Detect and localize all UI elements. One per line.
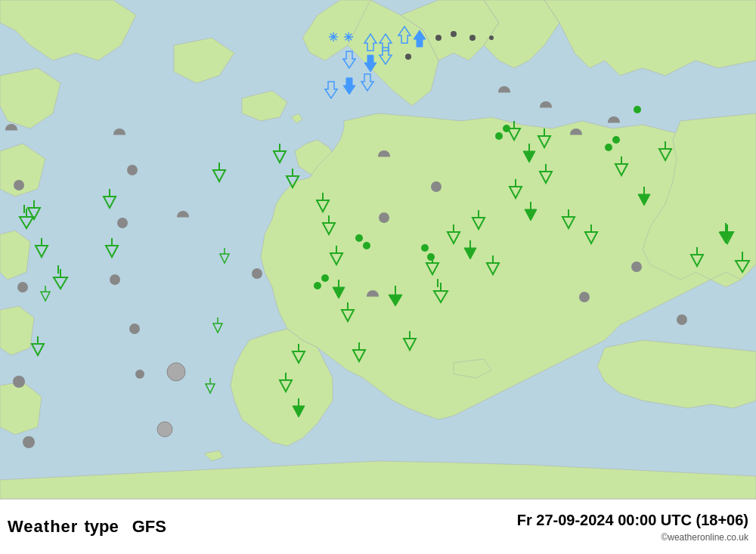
snow-symbol: ✳ xyxy=(343,31,354,44)
sleet-symbol xyxy=(469,35,476,41)
svg-point-7 xyxy=(435,35,442,41)
overcast-symbol xyxy=(677,314,687,325)
drizzle-dot xyxy=(495,132,503,140)
svg-point-8 xyxy=(451,31,457,37)
drizzle-symbol xyxy=(314,282,321,289)
overcast-symbol xyxy=(129,323,140,334)
drizzle-dot xyxy=(503,125,510,132)
svg-text:✳: ✳ xyxy=(328,31,339,44)
overcast-symbol xyxy=(117,218,128,228)
drizzle-symbol xyxy=(421,244,429,252)
overcast-symbol xyxy=(579,292,590,302)
bottom-bar: Weather type GFS Fr 27-09-2024 00:00 UTC… xyxy=(0,499,756,554)
sleet-symbol xyxy=(489,36,494,40)
overcast-symbol xyxy=(17,282,28,292)
sleet-symbol xyxy=(451,31,457,37)
drizzle-dot xyxy=(612,136,620,144)
overcast-symbol xyxy=(631,262,642,272)
svg-text:✳: ✳ xyxy=(343,31,354,44)
title-row: Weather type GFS xyxy=(8,517,166,537)
overcast-symbol xyxy=(14,180,24,190)
bottom-left: Weather type GFS xyxy=(8,517,166,537)
overcast-symbol xyxy=(431,181,442,192)
snow-symbol: ✳ xyxy=(328,31,339,44)
overcast-symbol xyxy=(135,370,144,379)
datetime-label: Fr 27-09-2024 00:00 UTC (18+06) xyxy=(517,512,748,529)
overcast-symbol xyxy=(13,376,25,388)
drizzle-symbol xyxy=(363,242,370,249)
type-label: type xyxy=(84,517,118,537)
drizzle-dot xyxy=(605,144,612,151)
drizzle-dot xyxy=(634,106,641,113)
model-label: GFS xyxy=(132,517,166,537)
map-container: ✳ ✳ xyxy=(0,0,756,554)
svg-point-9 xyxy=(469,35,476,41)
large-overcast xyxy=(157,422,172,437)
drizzle-symbol xyxy=(355,234,363,242)
overcast-symbol xyxy=(23,436,35,448)
overcast-symbol xyxy=(379,212,389,223)
drizzle-symbol xyxy=(427,253,435,261)
drizzle-symbol xyxy=(321,274,329,282)
weather-map: ✳ ✳ xyxy=(0,0,756,499)
sleet-symbol xyxy=(435,35,442,41)
overcast-symbol xyxy=(127,165,138,175)
snow-dot xyxy=(405,54,411,60)
overcast-symbol xyxy=(252,268,262,279)
watermark: ©weatheronline.co.uk xyxy=(661,532,748,543)
bottom-right: Fr 27-09-2024 00:00 UTC (18+06) ©weather… xyxy=(517,512,748,543)
svg-point-14 xyxy=(405,54,411,60)
svg-point-10 xyxy=(489,36,494,40)
overcast-symbol xyxy=(110,274,120,285)
weather-label: Weather xyxy=(8,517,78,537)
large-overcast xyxy=(167,363,185,381)
